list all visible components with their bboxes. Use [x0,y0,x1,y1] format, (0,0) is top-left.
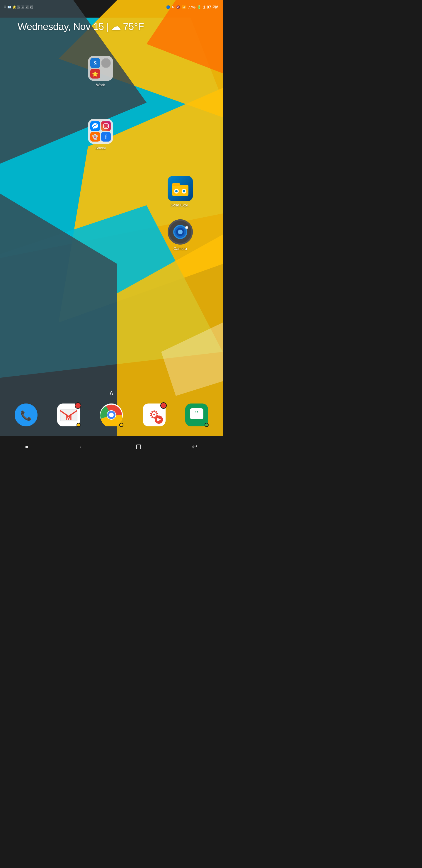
hangouts-dock-item[interactable]: " [185,403,208,426]
camera-app[interactable]: Camera [168,219,193,251]
status-bar-right: 🔵 N 🔇 📶 77% 🔋 1:07 PM [166,5,219,9]
solid-explorer-app[interactable]: Solid Expl.. [168,176,193,207]
battery-icon: 🔋 [197,5,201,9]
temperature: 75°F [123,21,144,32]
separator: | [106,21,109,32]
mute-icon: 🔇 [176,5,180,9]
date-widget: Wednesday, Nov 15 | ☁ 75°F [18,21,144,32]
notification-icons: ⠿ 📧 ⭐ 🖼 🖼 🖼 🖼 [4,5,33,9]
work-folder-icon[interactable]: S ⭐ [88,56,113,81]
weather-icon: ☁ [111,21,121,32]
svg-text:👻: 👻 [92,134,98,140]
social-folder[interactable]: 👻 f Social [88,119,113,150]
svg-point-30 [183,190,185,192]
battery-level: 77% [188,5,195,9]
settings-badge [160,402,167,409]
bluetooth-icon: 🔵 [166,5,170,9]
date-text: Wednesday, Nov 15 [18,21,104,32]
solid-explorer-icon[interactable] [168,176,193,201]
camera-icon[interactable] [168,219,193,245]
gmail-icon[interactable]: M [57,403,80,426]
dock: 📞 M [0,399,223,431]
bottom-nav-bar: ← ↩ [0,436,223,458]
social-label: Social [95,146,105,150]
camera-label: Camera [173,246,187,251]
settings-dock-item[interactable]: ⚙ [143,403,166,426]
svg-text:⭐: ⭐ [92,71,98,77]
status-bar-left: ⠿ 📧 ⭐ 🖼 🖼 🖼 🖼 [4,5,33,9]
svg-rect-26 [172,183,180,186]
weather-text: ☁ 75°F [111,21,144,32]
svg-point-12 [101,59,110,67]
svg-point-36 [178,229,183,234]
svg-point-29 [175,190,177,192]
svg-point-48 [109,412,114,417]
status-bar: ⠿ 📧 ⭐ 🖼 🖼 🖼 🖼 🔵 N 🔇 📶 77% 🔋 1:07 PM [0,0,223,14]
svg-text:📞: 📞 [20,410,32,421]
social-folder-icon[interactable]: 👻 f [88,119,113,144]
wifi-icon: 📶 [182,5,186,9]
chrome-icon[interactable] [100,403,123,426]
svg-point-19 [107,123,108,124]
app-drawer-arrow[interactable]: ∧ [109,389,114,397]
nfc-icon: N [172,5,174,9]
chrome-dock-item[interactable] [100,403,123,426]
svg-text:S: S [94,60,97,66]
nav-recents-button[interactable]: ↩ [189,440,200,454]
svg-text:f: f [105,134,107,140]
settings-icon[interactable]: ⚙ [143,403,166,426]
hangouts-icon[interactable]: " [185,403,208,426]
status-time: 1:07 PM [203,5,219,9]
gmail-badge [75,402,81,409]
chrome-dot [119,423,123,427]
gmail-dock-item[interactable]: M [57,403,80,426]
svg-rect-16 [101,121,111,131]
phone-dock-item[interactable]: 📞 [15,403,37,426]
svg-text:M: M [65,412,72,422]
work-label: Work [96,83,105,87]
svg-point-38 [186,227,188,228]
nav-home-button[interactable] [133,442,144,452]
solid-explorer-label: Solid Expl.. [170,203,190,207]
nav-dot [23,443,31,451]
work-folder[interactable]: S ⭐ Work [88,56,113,87]
phone-icon[interactable]: 📞 [15,403,37,426]
svg-text:": " [195,409,198,417]
nav-back-button[interactable]: ← [76,440,88,454]
